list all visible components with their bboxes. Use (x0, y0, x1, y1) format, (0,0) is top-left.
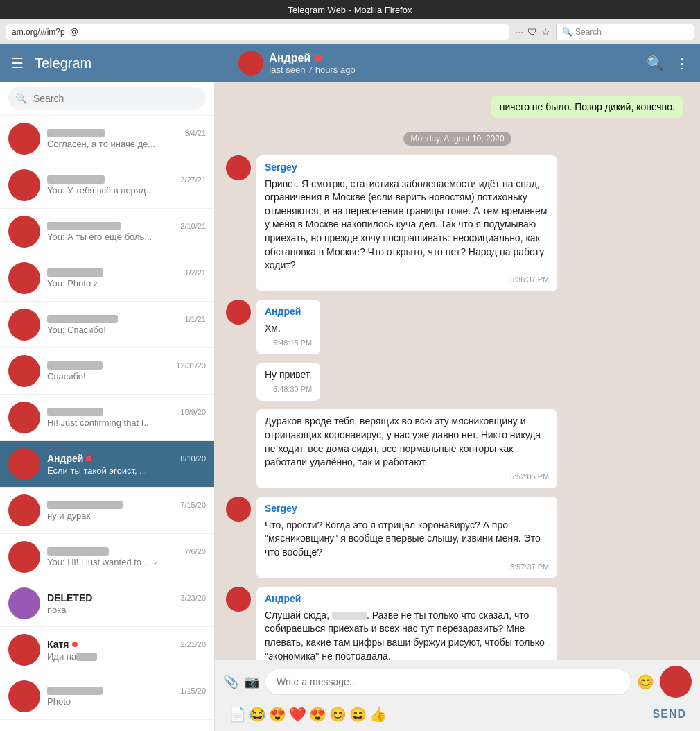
main-content: 3/4/21 Согласен, а то иначе де... 2/27/2… (0, 82, 700, 731)
chat-list-item[interactable]: Андрей 8/10/20 Если ты такой эгоист, ... (0, 441, 214, 488)
camera-icon[interactable]: 📷 (244, 674, 259, 689)
message-text: Дураков вроде тебя, верящих во всю эту м… (265, 415, 549, 469)
emoji-happy[interactable]: 😊 (329, 706, 347, 723)
avatar (8, 123, 40, 155)
message-header: Sergey (265, 161, 549, 175)
date-text: Monday, August 10, 2020 (403, 132, 511, 146)
chat-item-header: 12/31/20 (47, 361, 206, 370)
chat-preview: Hi! Just confirming that I... (47, 418, 206, 428)
chat-preview: Photo (47, 696, 206, 707)
message-time: 5:52:05 PM (265, 470, 549, 483)
title-bar-text: Telegram Web - Mozilla Firefox (288, 5, 412, 15)
file-icon[interactable]: 📄 (229, 706, 246, 723)
chat-preview: Согласен, а то иначе де... (47, 139, 206, 149)
chat-preview: ну и дурак (47, 510, 206, 521)
chat-list-item[interactable]: Катя 2/21/20 Иди на (0, 627, 214, 673)
avatar (8, 448, 40, 480)
chat-time: 8/10/20 (180, 454, 206, 463)
send-button[interactable]: SEND (653, 708, 686, 721)
chat-name-badge (47, 315, 118, 323)
avatar (8, 169, 40, 201)
emoji-row: 📄 😂 😍 ❤️ 😍 😊 😄 👍 SEND (223, 703, 692, 725)
chat-item-header: 7/6/20 (47, 547, 206, 556)
chat-time: 7/15/20 (180, 501, 206, 509)
message-sender: Андрей (265, 305, 301, 319)
chat-list-item[interactable]: 1/15/20 Photo (0, 673, 214, 720)
chat-item-content: DELETED 3/23/20 пока (47, 592, 206, 615)
chat-list-item[interactable]: 2/27/21 You: У тебя всё в поряд... (0, 162, 214, 209)
chat-time: 3/23/20 (180, 594, 206, 602)
emoji-smile[interactable]: 😍 (309, 706, 326, 723)
chat-item-content: Андрей 8/10/20 Если ты такой эгоист, ... (47, 453, 206, 476)
chat-item-content: 2/27/21 You: У тебя всё в поряд... (47, 175, 206, 196)
chat-messages: ничего не было. Позор дикий, конечно.Mon… (215, 82, 700, 660)
chat-list-item[interactable]: 7/15/20 ну и дурак (0, 488, 214, 534)
sidebar-search-wrapper (8, 87, 206, 110)
chat-item-content: 1/2/21 You: Photo ✓ (47, 268, 206, 289)
chat-item-header: Катя 2/21/20 (47, 639, 206, 650)
emoji-heart-eyes[interactable]: 😍 (269, 706, 286, 723)
chat-preview: You: Hi! I just wanted to ... ✓ (47, 557, 206, 567)
browser-search-icon: 🔍 (562, 27, 572, 37)
message-bubble: Ну привет.5:48:30 PM (256, 363, 320, 401)
chat-item-content: 3/4/21 Согласен, а то иначе де... (47, 129, 206, 149)
message-group: АндрейХм.5:48:15 PM (226, 300, 689, 354)
chat-list-item[interactable]: 12/31/20 Спасибо! (0, 348, 214, 395)
browser-search-bar[interactable]: 🔍 Search (556, 24, 694, 40)
chat-name-badge (47, 501, 123, 509)
send-avatar (660, 666, 692, 698)
chat-name-badge (47, 175, 105, 184)
url-text: am.org/#/im?p=@ (12, 27, 78, 37)
chat-header-status: last seen 7 hours ago (269, 64, 355, 75)
star-icon[interactable]: ☆ (541, 26, 550, 37)
emoji-laughing[interactable]: 😂 (249, 706, 266, 723)
attach-icon[interactable]: 📎 (223, 674, 238, 689)
chat-list-item[interactable]: 7/6/20 You: Hi! I just wanted to ... ✓ (0, 534, 214, 580)
shield-icon[interactable]: 🛡 (527, 26, 537, 37)
emoji-heart[interactable]: ❤️ (289, 706, 306, 723)
chat-info: Андрей last seen 7 hours ago (238, 51, 647, 76)
message-avatar (226, 587, 251, 612)
chat-header-details: Андрей last seen 7 hours ago (269, 52, 355, 75)
chat-item-content: 2/10/21 You: А ты его ещё боль... (47, 222, 206, 242)
chat-item-content: 1/15/20 Photo (47, 687, 206, 707)
chat-item-content: Катя 2/21/20 Иди на (47, 639, 206, 662)
chat-item-content: 1/1/21 You: Спасибо! (47, 315, 206, 335)
message-input[interactable] (265, 669, 631, 695)
message-bubble: АндрейХм.5:48:15 PM (256, 300, 320, 354)
chat-input-bar: 📎 📷 😊 📄 😂 😍 ❤️ 😍 😊 😄 👍 SEND (215, 660, 700, 731)
chat-name-badge (47, 222, 121, 230)
message-sender: Sergey (265, 161, 297, 175)
search-input[interactable] (8, 87, 206, 110)
message-group: SergeyЧто, прости? Когда это я отрицал к… (226, 497, 689, 578)
chat-preview: You: Photo ✓ (47, 278, 206, 289)
chat-preview: You: А ты его ещё боль... (47, 232, 206, 242)
message-header: Sergey (265, 502, 549, 516)
chat-time: 1/1/21 (184, 315, 206, 323)
chat-list-item[interactable]: 2/10/21 You: А ты его ещё боль... (0, 209, 214, 255)
more-icon[interactable]: ··· (515, 26, 523, 37)
chat-name-badge (47, 268, 103, 277)
sidebar-search-container (0, 82, 214, 116)
menu-icon[interactable]: ☰ (11, 55, 24, 71)
chat-list-item[interactable]: 1/1/21 You: Спасибо! (0, 302, 214, 348)
header-more-icon[interactable]: ⋮ (675, 55, 689, 71)
emoji-button[interactable]: 😊 (637, 673, 654, 690)
url-bar[interactable]: am.org/#/im?p=@ (6, 24, 509, 40)
emoji-thumbsup[interactable]: 👍 (369, 706, 387, 723)
chat-time: 2/10/21 (180, 222, 206, 230)
chat-list: 3/4/21 Согласен, а то иначе де... 2/27/2… (0, 116, 214, 731)
chat-item-content: 10/9/20 Hi! Just confirming that I... (47, 408, 206, 428)
chat-list-item[interactable]: 10/9/20 Hi! Just confirming that I... (0, 395, 214, 441)
emoji-grin[interactable]: 😄 (349, 706, 367, 723)
chat-list-item[interactable]: 3/4/21 Согласен, а то иначе де... (0, 116, 214, 162)
chat-list-item[interactable]: 1/2/21 You: Photo ✓ (0, 255, 214, 302)
header-search-icon[interactable]: 🔍 (647, 55, 664, 71)
message-group: SergeyПривет. Я смотрю, статистика забол… (226, 155, 689, 291)
chat-list-item[interactable]: DELETED 3/23/20 пока (0, 580, 214, 627)
message-content: Ну привет.5:48:30 PM (256, 363, 320, 401)
message-content: SergeyПривет. Я смотрю, статистика забол… (256, 155, 557, 291)
chat-item-header: Андрей 8/10/20 (47, 453, 206, 464)
browser-toolbar: am.org/#/im?p=@ ··· 🛡 ☆ 🔍 Search (0, 19, 700, 44)
chat-time: 10/9/20 (180, 408, 206, 416)
